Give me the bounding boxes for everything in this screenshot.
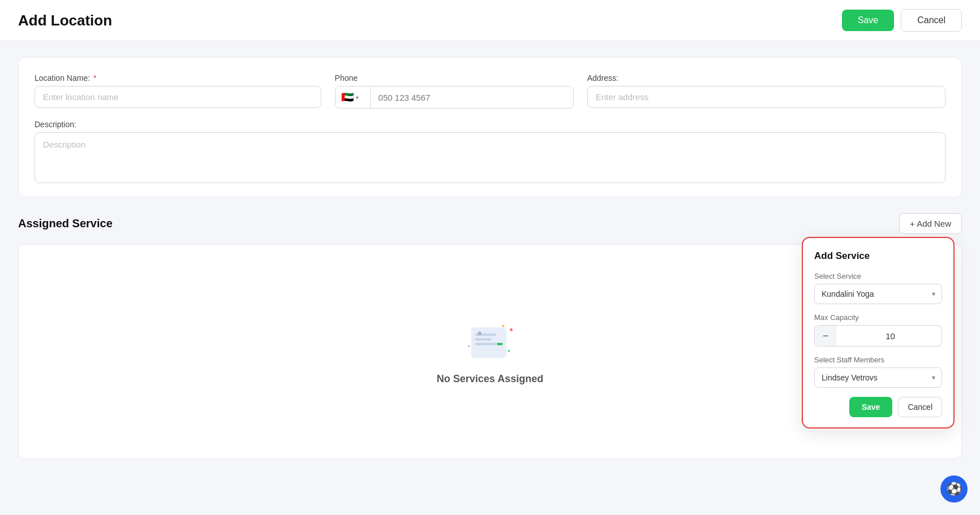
chevron-down-icon: ▾: [356, 94, 359, 101]
panel-save-button[interactable]: Save: [849, 397, 893, 417]
svg-point-7: [468, 345, 470, 347]
description-group: Description:: [35, 120, 945, 183]
svg-rect-4: [497, 343, 502, 345]
phone-flag-dropdown[interactable]: 🇦🇪 ▾: [336, 86, 371, 108]
empty-text: No Services Assigned: [437, 373, 543, 385]
section-title: Assigned Service: [18, 217, 113, 230]
select-service-label: Select Service: [814, 272, 942, 280]
select-service-dropdown[interactable]: Kundalini Yoga Yoga Pilates Meditation: [814, 284, 942, 304]
section-header: Assigned Service + Add New: [18, 213, 962, 234]
svg-rect-3: [475, 343, 498, 345]
phone-row: 🇦🇪 ▾: [335, 86, 574, 109]
header-actions: Save Cancel: [842, 9, 962, 32]
flag-icon: 🇦🇪: [341, 91, 354, 103]
assigned-service-card: No Services Assigned Add Service Select …: [18, 244, 962, 459]
add-new-button[interactable]: + Add New: [899, 213, 962, 234]
select-staff-dropdown[interactable]: Lindsey Vetrovs John Smith Jane Doe: [814, 367, 942, 388]
panel-cancel-button[interactable]: Cancel: [898, 397, 942, 417]
select-staff-wrapper: Lindsey Vetrovs John Smith Jane Doe ▾: [814, 367, 942, 388]
phone-label: Phone: [335, 73, 574, 83]
support-icon: ⚽: [947, 482, 962, 496]
select-service-wrapper: Kundalini Yoga Yoga Pilates Meditation ▾: [814, 284, 942, 304]
empty-illustration: [462, 319, 518, 364]
assigned-service-section: Assigned Service + Add New: [18, 213, 962, 459]
phone-group: Phone 🇦🇪 ▾: [335, 73, 574, 109]
location-name-group: Location Name: *: [35, 73, 321, 109]
description-textarea[interactable]: [35, 132, 945, 183]
svg-point-9: [502, 324, 504, 327]
capacity-row: − +: [814, 325, 942, 347]
add-service-panel: Add Service Select Service Kundalini Yog…: [802, 237, 955, 429]
address-input[interactable]: [587, 86, 945, 108]
capacity-input[interactable]: [837, 331, 942, 341]
capacity-decrease-button[interactable]: −: [815, 326, 837, 346]
panel-title: Add Service: [814, 250, 942, 262]
required-indicator: *: [91, 73, 96, 83]
support-button[interactable]: ⚽: [940, 475, 968, 503]
phone-number-input[interactable]: [371, 86, 573, 108]
svg-point-5: [478, 331, 482, 335]
address-group: Address:: [587, 73, 945, 109]
location-name-input[interactable]: [35, 86, 321, 108]
svg-point-8: [508, 350, 510, 352]
max-capacity-label: Max Capacity: [814, 313, 942, 322]
form-card: Location Name: * Phone 🇦🇪 ▾ Address:: [18, 57, 962, 197]
form-row-top: Location Name: * Phone 🇦🇪 ▾ Address:: [35, 73, 945, 109]
address-label: Address:: [587, 73, 945, 83]
save-button[interactable]: Save: [842, 10, 894, 31]
select-staff-label: Select Staff Members: [814, 356, 942, 364]
description-label: Description:: [35, 120, 945, 129]
location-name-label: Location Name: *: [35, 73, 321, 83]
main-content: Location Name: * Phone 🇦🇪 ▾ Address:: [0, 41, 980, 475]
empty-state: No Services Assigned: [437, 319, 543, 385]
cancel-button[interactable]: Cancel: [901, 9, 962, 32]
svg-point-6: [510, 328, 513, 331]
page-header: Add Location Save Cancel: [0, 0, 980, 41]
svg-rect-2: [475, 338, 491, 340]
page-title: Add Location: [18, 12, 112, 29]
panel-actions: Save Cancel: [814, 397, 942, 417]
svg-rect-0: [471, 327, 507, 358]
